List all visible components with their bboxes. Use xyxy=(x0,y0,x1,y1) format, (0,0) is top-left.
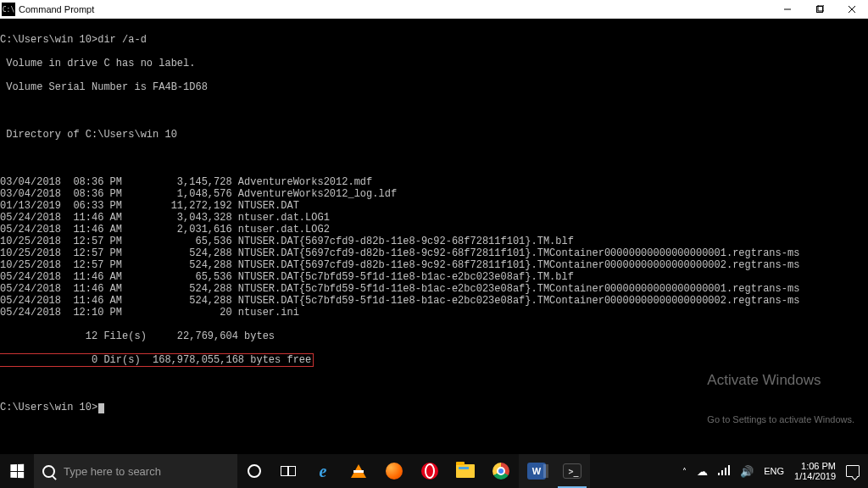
volume-icon[interactable]: 🔊 xyxy=(740,465,754,478)
word-icon: W xyxy=(527,463,546,480)
onedrive-icon[interactable]: ☁ xyxy=(697,465,708,478)
taskbar-search[interactable]: Type here to search xyxy=(34,454,237,488)
cortana-button[interactable] xyxy=(237,454,271,488)
maximize-button[interactable] xyxy=(804,0,836,19)
dir-entry: 05/24/2018 11:46 AM 2,031,616 ntuser.dat… xyxy=(0,224,865,236)
window-titlebar: C:\ Command Prompt xyxy=(0,0,868,19)
terminal-line: Volume Serial Number is FA4B-1D68 xyxy=(0,81,865,93)
folder-icon xyxy=(456,464,475,478)
task-view-icon xyxy=(281,466,296,476)
system-tray: ˄ ☁ 🔊 ENG 1:06 PM 1/14/2019 xyxy=(674,454,868,488)
clock-date: 1/14/2019 xyxy=(794,471,836,481)
cmd-taskbar-icon: >_ xyxy=(563,463,581,479)
dir-entry: 10/25/2018 12:57 PM 65,536 NTUSER.DAT{56… xyxy=(0,236,865,247)
vlc-icon xyxy=(351,464,366,478)
dir-entry: 05/24/2018 11:46 AM 524,288 NTUSER.DAT{5… xyxy=(0,295,865,307)
edge-icon: e xyxy=(314,462,332,480)
windows-logo-icon xyxy=(10,464,24,479)
taskbar-app-cmd[interactable]: >_ xyxy=(554,454,590,488)
cursor xyxy=(98,403,104,413)
terminal-line: Volume in drive C has no label. xyxy=(0,58,865,69)
taskbar-apps: e W >_ xyxy=(305,454,590,488)
dir-entry: 01/13/2019 06:33 PM 11,272,192 NTUSER.DA… xyxy=(0,200,865,212)
taskbar-app-vlc[interactable] xyxy=(341,454,376,488)
dir-entry: 10/25/2018 12:57 PM 524,288 NTUSER.DAT{5… xyxy=(0,247,865,259)
taskbar-app-opera[interactable] xyxy=(412,454,448,488)
cmd-icon: C:\ xyxy=(2,3,15,16)
dir-entry: 05/24/2018 11:46 AM 3,043,328 ntuser.dat… xyxy=(0,212,865,224)
clock-time: 1:06 PM xyxy=(794,461,836,471)
task-view-button[interactable] xyxy=(271,454,305,488)
terminal-output[interactable]: C:\Users\win 10>dir /a-d Volume in drive… xyxy=(0,19,868,454)
terminal-line: Directory of C:\Users\win 10 xyxy=(0,129,865,141)
taskbar-app-chrome[interactable] xyxy=(483,454,519,488)
action-center-button[interactable] xyxy=(846,465,860,477)
search-icon xyxy=(42,465,55,478)
dir-entry: 03/04/2018 08:36 PM 3,145,728 AdventureW… xyxy=(0,176,865,188)
chrome-icon xyxy=(492,463,509,480)
cortana-icon xyxy=(248,464,261,478)
activate-windows-watermark: Activate Windows Go to Settings to activ… xyxy=(707,347,854,449)
start-button[interactable] xyxy=(0,454,34,488)
search-placeholder: Type here to search xyxy=(64,465,161,478)
firefox-icon xyxy=(386,463,403,480)
network-icon[interactable] xyxy=(718,467,730,475)
window-title: Command Prompt xyxy=(19,4,94,14)
dir-entry: 05/24/2018 11:46 AM 524,288 NTUSER.DAT{5… xyxy=(0,283,865,295)
watermark-title: Activate Windows xyxy=(707,371,854,390)
terminal-line: C:\Users\win 10>dir /a-d xyxy=(0,34,865,46)
watermark-subtitle: Go to Settings to activate Windows. xyxy=(707,413,854,425)
taskbar-app-word[interactable]: W xyxy=(519,454,554,488)
minimize-button[interactable] xyxy=(771,0,804,19)
tray-overflow-button[interactable]: ˄ xyxy=(682,467,687,476)
close-button[interactable] xyxy=(836,0,868,19)
taskbar-clock[interactable]: 1:06 PM 1/14/2019 xyxy=(794,461,836,481)
terminal-line xyxy=(0,105,865,117)
summary-files: 12 File(s) 22,769,604 bytes xyxy=(0,330,865,342)
dir-entry: 05/24/2018 12:10 PM 20 ntuser.ini xyxy=(0,307,865,319)
taskbar-app-file-explorer[interactable] xyxy=(448,454,483,488)
taskbar-app-edge[interactable]: e xyxy=(305,454,341,488)
terminal-line xyxy=(0,152,865,164)
language-indicator[interactable]: ENG xyxy=(764,466,784,476)
dir-entry: 05/24/2018 11:46 AM 65,536 NTUSER.DAT{5c… xyxy=(0,271,865,283)
dir-entry: 10/25/2018 12:57 PM 524,288 NTUSER.DAT{5… xyxy=(0,259,865,271)
taskbar: Type here to search e W >_ ˄ ☁ 🔊 ENG 1:0… xyxy=(0,454,868,488)
taskbar-app-firefox[interactable] xyxy=(376,454,412,488)
dir-entry: 03/04/2018 08:36 PM 1,048,576 AdventureW… xyxy=(0,188,865,200)
opera-icon xyxy=(421,463,438,480)
